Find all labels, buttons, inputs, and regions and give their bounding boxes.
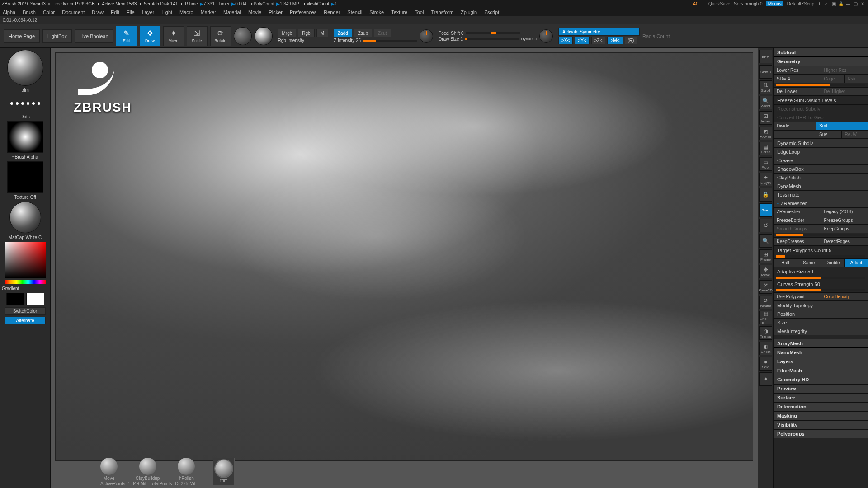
- lock-icon[interactable]: 🔒: [837, 1, 844, 6]
- menu-preferences[interactable]: Preferences: [290, 9, 316, 15]
- texture-slot[interactable]: [7, 161, 43, 193]
- shelf-solo[interactable]: ●Solo: [760, 357, 772, 371]
- shelf-transp[interactable]: ◑Transp: [760, 326, 772, 340]
- defaultzscript-button[interactable]: DefaultZScript: [787, 1, 816, 6]
- lightbox-button[interactable]: LightBox: [42, 29, 72, 43]
- keep-creases-button[interactable]: KeepCreases: [774, 237, 821, 246]
- mrgb-button[interactable]: Mrgb: [278, 29, 297, 37]
- brush-slot[interactable]: [7, 50, 43, 86]
- double-button[interactable]: Double: [821, 258, 844, 267]
- shelf-scroll[interactable]: ⇅Scroll: [760, 80, 772, 94]
- shadowbox-header[interactable]: ShadowBox: [774, 164, 868, 173]
- target-poly-label[interactable]: Target Polygons Count 5: [774, 246, 868, 254]
- zadd-button[interactable]: Zadd: [334, 29, 352, 37]
- adapt-button[interactable]: Adapt: [844, 258, 868, 267]
- size-header[interactable]: Size: [774, 318, 868, 327]
- adaptive-size-track[interactable]: [776, 277, 865, 279]
- adaptive-size-label[interactable]: AdaptiveSize 50: [774, 267, 868, 276]
- cage-button[interactable]: Cage: [821, 75, 844, 83]
- seethrough-button[interactable]: See-through 0: [734, 1, 762, 6]
- zsub-button[interactable]: Zsub: [354, 29, 372, 37]
- prefs-icon[interactable]: ⁞: [816, 1, 823, 6]
- dynamic-label[interactable]: Dynamic: [521, 37, 537, 41]
- shelf-[interactable]: ↺: [760, 219, 772, 232]
- reuv-button[interactable]: ReUV: [841, 130, 868, 139]
- sym-r-button[interactable]: (R): [625, 37, 637, 44]
- quicksave-button[interactable]: QuickSave: [708, 1, 730, 6]
- section-visibility[interactable]: Visibility: [774, 420, 868, 429]
- help-icon[interactable]: ⌂: [823, 1, 830, 6]
- live-boolean-button[interactable]: Live Boolean: [75, 29, 113, 43]
- freeze-border-button[interactable]: FreezeBorder: [774, 216, 821, 225]
- curves-strength-label[interactable]: Curves Strength 50: [774, 280, 868, 288]
- menu-document[interactable]: Document: [62, 9, 85, 15]
- material-slot[interactable]: [9, 202, 41, 233]
- rotate-mode-button[interactable]: ⟳Rotate: [210, 26, 231, 46]
- shelf-ghost[interactable]: ◐Ghost: [760, 342, 772, 355]
- menu-draw[interactable]: Draw: [92, 9, 104, 15]
- shelf-[interactable]: 🔍: [760, 234, 772, 248]
- shelf-move[interactable]: ✥Move: [760, 265, 772, 278]
- gyro-a-button[interactable]: [234, 27, 252, 45]
- del-higher-button[interactable]: Del Higher: [821, 87, 868, 96]
- same-button[interactable]: Same: [797, 258, 821, 267]
- shelf-[interactable]: 🔒: [760, 188, 772, 202]
- sym-knob[interactable]: [539, 29, 553, 43]
- mesh-integrity-header[interactable]: MeshIntegrity: [774, 327, 868, 335]
- detect-edges-button[interactable]: DetectEdges: [821, 237, 868, 246]
- focal-knob[interactable]: [420, 29, 433, 43]
- shelf-gxyz[interactable]: Gxyz: [760, 203, 772, 217]
- del-lower-button[interactable]: Del Lower: [774, 87, 821, 96]
- position-header[interactable]: Position: [774, 310, 868, 318]
- tessimate-header[interactable]: Tessimate: [774, 190, 868, 199]
- menu-marker[interactable]: Marker: [201, 9, 216, 15]
- shelf-persp[interactable]: ▤Persp: [760, 142, 772, 155]
- section-deformation[interactable]: Deformation: [774, 402, 868, 411]
- menu-transform[interactable]: Transform: [431, 9, 453, 15]
- sym-x-button[interactable]: >X<: [558, 37, 573, 44]
- alpha-slot[interactable]: [7, 121, 43, 153]
- menu-brush[interactable]: Brush: [23, 9, 36, 15]
- color-picker[interactable]: [5, 242, 46, 278]
- sym-z-button[interactable]: >Z<: [591, 37, 606, 44]
- minimize-icon[interactable]: —: [844, 1, 852, 6]
- rgb-button[interactable]: Rgb: [298, 29, 314, 37]
- suv-button[interactable]: Suv: [816, 130, 841, 139]
- menus-button[interactable]: Menus: [766, 1, 783, 6]
- keep-groups-button[interactable]: KeepGroups: [821, 225, 868, 233]
- menu-stencil[interactable]: Stencil: [347, 9, 362, 15]
- shelf-[interactable]: ✦: [760, 372, 772, 386]
- sym-m-button[interactable]: >M<: [607, 37, 623, 44]
- gyro-b-button[interactable]: [255, 27, 273, 45]
- smt-button[interactable]: Smt: [816, 122, 868, 130]
- shelf-frame[interactable]: ⊞Frame: [760, 249, 772, 263]
- shelf-actual[interactable]: ⊡Actual: [760, 111, 772, 125]
- m-button[interactable]: M: [316, 29, 328, 37]
- section-geometryhd[interactable]: Geometry HD: [774, 375, 868, 384]
- menu-file[interactable]: File: [127, 9, 135, 15]
- half-button[interactable]: Half: [774, 258, 797, 267]
- edit-mode-button[interactable]: ✎Edit: [116, 26, 137, 46]
- claypolish-header[interactable]: ClayPolish: [774, 173, 868, 182]
- curves-strength-track[interactable]: [776, 289, 865, 291]
- shelf-zoom3d[interactable]: ⤧Zoom3D: [760, 280, 772, 294]
- hue-strip[interactable]: [5, 280, 46, 284]
- section-masking[interactable]: Masking: [774, 411, 868, 420]
- shelf-aahalf[interactable]: ◩AAHalf: [760, 127, 772, 140]
- lower-res-button[interactable]: Lower Res: [774, 66, 821, 75]
- modify-topology-header[interactable]: Modify Topology: [774, 301, 868, 310]
- higher-res-button[interactable]: Higher Res: [821, 66, 868, 75]
- menu-tool[interactable]: Tool: [415, 9, 424, 15]
- viewport[interactable]: ZBRUSH: [55, 52, 753, 461]
- scale-mode-button[interactable]: ⇲Scale: [187, 26, 208, 46]
- section-surface[interactable]: Surface: [774, 393, 868, 402]
- menu-movie[interactable]: Movie: [248, 9, 261, 15]
- freeze-sub-button[interactable]: Freeze SubDivision Levels: [774, 96, 868, 104]
- menu-zplugin[interactable]: Zplugin: [461, 9, 477, 15]
- focal-shift-slider[interactable]: [466, 32, 520, 34]
- maximize-icon[interactable]: ▢: [852, 1, 859, 6]
- swatch-secondary[interactable]: [6, 293, 24, 305]
- sdiv-slider[interactable]: SDiv 4: [774, 75, 821, 83]
- dynamic-subdiv-header[interactable]: Dynamic Subdiv: [774, 139, 868, 147]
- menu-stroke[interactable]: Stroke: [369, 9, 384, 15]
